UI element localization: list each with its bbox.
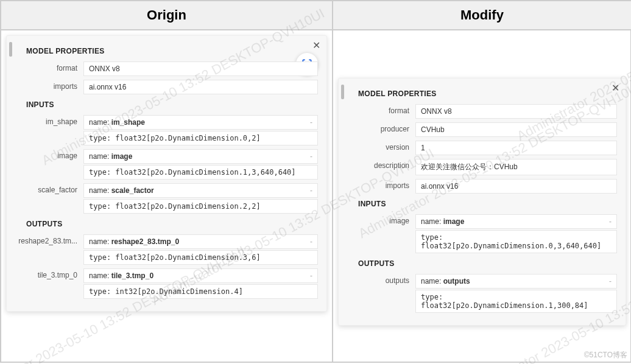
credit-text: ©51CTO博客 <box>584 350 627 360</box>
image-label: image <box>15 149 83 181</box>
producer-label: producer <box>347 122 415 138</box>
format-label: format <box>15 61 83 77</box>
drag-handle[interactable] <box>9 42 12 57</box>
format-label: format <box>347 104 415 120</box>
imports-value: ai.onnx v16 <box>83 80 318 94</box>
image-label: image <box>347 214 415 254</box>
drag-handle[interactable] <box>341 85 344 99</box>
origin-panel: ✕ MODEL PROPERTIES formatONNX v8 imports… <box>6 35 327 312</box>
scale-factor-name: name: scale_factor- <box>83 183 318 198</box>
collapse-icon[interactable]: - <box>310 118 312 127</box>
image-name: name: image- <box>415 214 617 229</box>
tile-label: tile_3.tmp_0 <box>15 268 83 300</box>
image-type: type: float32[p2o.DynamicDimension.1,3,6… <box>83 165 318 180</box>
collapse-icon[interactable]: - <box>310 271 312 280</box>
imports-value: ai.onnx v16 <box>415 179 617 194</box>
collapse-icon[interactable]: - <box>310 186 312 195</box>
reshape-name: name: reshape2_83.tmp_0- <box>83 234 318 249</box>
outputs-name: name: outputs- <box>415 274 617 289</box>
image-name: name: image- <box>83 149 318 164</box>
inputs-title: INPUTS <box>358 200 617 208</box>
im-shape-label: im_shape <box>15 115 83 147</box>
header-modify: Modify <box>333 1 631 30</box>
im-shape-type: type: float32[p2o.DynamicDimension.0,2] <box>83 131 318 145</box>
outputs-title: OUTPUTS <box>26 220 318 228</box>
reshape-label: reshape2_83.tm... <box>15 234 83 266</box>
imports-label: imports <box>15 80 83 96</box>
collapse-icon[interactable]: - <box>310 152 312 161</box>
description-value: 欢迎关注微信公众号：CVHub <box>415 159 617 175</box>
version-label: version <box>347 141 415 156</box>
collapse-icon[interactable]: - <box>609 217 612 226</box>
tile-type: type: int32[p2o.DynamicDimension.4] <box>83 284 318 299</box>
modify-panel: ✕ MODEL PROPERTIES formatONNX v8 produce… <box>338 78 626 326</box>
modify-cell: ✕ MODEL PROPERTIES formatONNX v8 produce… <box>333 30 631 362</box>
scale-factor-label: scale_factor <box>15 183 83 215</box>
origin-cell: ✕ MODEL PROPERTIES formatONNX v8 imports… <box>1 30 333 362</box>
outputs-title: OUTPUTS <box>358 259 617 268</box>
format-value: ONNX v8 <box>415 104 617 119</box>
close-icon[interactable]: ✕ <box>612 83 619 93</box>
reshape-type: type: float32[p2o.DynamicDimension.3,6] <box>83 250 318 265</box>
inputs-title: INPUTS <box>26 100 318 109</box>
collapse-icon[interactable]: - <box>609 277 612 285</box>
collapse-icon[interactable]: - <box>310 237 312 246</box>
tile-name: name: tile_3.tmp_0- <box>83 268 318 283</box>
model-properties-title: MODEL PROPERTIES <box>358 89 617 98</box>
header-origin: Origin <box>1 1 333 30</box>
format-value: ONNX v8 <box>83 61 318 76</box>
image-type: type: float32[p2o.DynamicDimension.0,3,6… <box>415 230 617 253</box>
imports-label: imports <box>347 179 415 195</box>
close-icon[interactable]: ✕ <box>312 41 320 51</box>
scale-factor-type: type: float32[p2o.DynamicDimension.2,2] <box>83 199 318 214</box>
producer-value: CVHub <box>415 122 617 137</box>
outputs-label: outputs <box>347 274 415 314</box>
version-value: 1 <box>415 141 617 155</box>
im-shape-name: name: im_shape- <box>83 115 318 130</box>
comparison-grid: Origin Modify ✕ MODEL PROPERTIES formatO… <box>0 0 631 363</box>
outputs-type: type: float32[p2o.DynamicDimension.1,300… <box>415 290 617 313</box>
description-label: description <box>347 159 415 177</box>
model-properties-title: MODEL PROPERTIES <box>26 47 318 55</box>
